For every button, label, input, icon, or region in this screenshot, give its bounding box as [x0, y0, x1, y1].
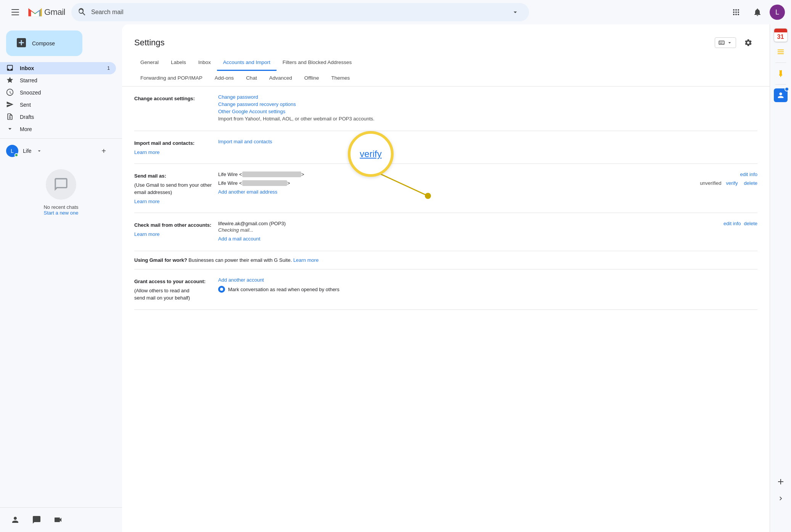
- work-section: Using Gmail for work? Businesses can pow…: [134, 251, 757, 269]
- add-mail-account-row: Add a mail account: [218, 236, 757, 242]
- work-description: Businesses can power their email with G …: [188, 257, 293, 263]
- account-name: Life: [23, 148, 32, 154]
- topbar-right: L: [727, 3, 785, 21]
- verify-link[interactable]: verify: [726, 180, 738, 186]
- sidebar-item-more[interactable]: More: [0, 123, 116, 135]
- account-switcher[interactable]: L Life +: [0, 142, 116, 160]
- change-password-link[interactable]: Change password: [218, 94, 757, 100]
- tab-forwarding[interactable]: Forwarding and POP/IMAP: [134, 71, 209, 87]
- star-icon: [6, 76, 14, 85]
- tasks-button[interactable]: [773, 44, 788, 59]
- no-chats-text: No recent chats: [6, 204, 116, 210]
- meet-button[interactable]: [49, 511, 67, 529]
- email-blurred-1: ████████████████: [242, 171, 301, 177]
- import-learn-more-link[interactable]: Learn more: [134, 149, 218, 156]
- gmail-logo: Gmail: [27, 5, 65, 20]
- settings-title: Settings: [134, 38, 165, 48]
- tab-labels[interactable]: Labels: [165, 55, 192, 71]
- tab-advanced[interactable]: Advanced: [263, 71, 298, 87]
- no-chats-icon: [46, 169, 76, 200]
- sidebar-item-snoozed[interactable]: Snoozed: [0, 87, 116, 99]
- tabs-row-1: General Labels Inbox Accounts and Import…: [134, 55, 757, 71]
- tab-themes[interactable]: Themes: [325, 71, 356, 87]
- check-mail-edit-info-link[interactable]: edit info: [723, 221, 741, 226]
- main-content: Settings General Labels Inbox Accounts a…: [122, 24, 770, 532]
- keyboard-shortcut-button[interactable]: [715, 37, 736, 48]
- calendar-button[interactable]: 31: [773, 27, 788, 43]
- check-mail-learn-more-link[interactable]: Learn more: [134, 231, 218, 238]
- check-mail-section: Check mail from other accounts: Learn mo…: [134, 213, 757, 251]
- start-new-chat-link[interactable]: Start a new one: [6, 210, 116, 216]
- add-email-row: Add another email address: [218, 189, 757, 195]
- compose-label: Compose: [32, 40, 55, 46]
- notifications-button[interactable]: [748, 3, 767, 21]
- tab-filters[interactable]: Filters and Blocked Addresses: [277, 55, 358, 71]
- contacts-right-icon: [774, 88, 788, 102]
- send-mail-learn-more-link[interactable]: Learn more: [134, 198, 218, 205]
- settings-gear-button[interactable]: [739, 34, 757, 52]
- grant-access-section: Grant access to your account: (Allow oth…: [134, 269, 757, 310]
- tab-addons[interactable]: Add-ons: [209, 71, 240, 87]
- tab-offline[interactable]: Offline: [298, 71, 325, 87]
- search-dropdown-button[interactable]: [508, 5, 523, 20]
- verify-annotation: verify: [348, 131, 394, 177]
- calendar-icon: 31: [774, 28, 788, 42]
- sidebar-item-drafts[interactable]: Drafts: [0, 111, 116, 123]
- search-bar[interactable]: Search mail: [71, 3, 529, 21]
- right-sidebar: 31: [770, 24, 791, 532]
- gear-icon: [744, 38, 752, 47]
- tab-general[interactable]: General: [134, 55, 165, 71]
- send-as-email-1: Life Wire <████████████████>: [218, 171, 737, 177]
- chat-button[interactable]: [27, 511, 46, 529]
- work-learn-more-link[interactable]: Learn more: [293, 257, 318, 263]
- tab-chat[interactable]: Chat: [240, 71, 263, 87]
- compose-icon: [15, 37, 27, 50]
- no-recent-chats: No recent chats Start a new one: [0, 160, 122, 225]
- sidebar-item-starred[interactable]: Starred: [0, 74, 116, 87]
- add-mail-account-link[interactable]: Add a mail account: [218, 236, 757, 242]
- expand-right-button[interactable]: [773, 491, 788, 506]
- add-account-button[interactable]: +: [98, 145, 110, 157]
- user-avatar[interactable]: L: [770, 5, 785, 20]
- apps-button[interactable]: [727, 3, 745, 21]
- draft-icon: [6, 113, 14, 122]
- send-as-row-2: Life Wire <████████████> unverified veri…: [218, 180, 757, 186]
- verify-circle-text[interactable]: verify: [360, 149, 381, 159]
- add-right-button[interactable]: [773, 474, 788, 489]
- keep-button[interactable]: [773, 66, 788, 81]
- tab-inbox[interactable]: Inbox: [192, 55, 217, 71]
- svg-point-3: [425, 193, 431, 199]
- edit-info-link-1[interactable]: edit info: [740, 171, 757, 177]
- gmail-m-icon: [27, 5, 43, 20]
- change-password-recovery-link[interactable]: Change password recovery options: [218, 101, 757, 107]
- unverified-status: unverified: [700, 180, 721, 186]
- add-another-account-link[interactable]: Add another account: [218, 277, 757, 283]
- menu-button[interactable]: [6, 3, 24, 21]
- settings-content: Change account settings: Change password…: [122, 87, 770, 310]
- keyboard-dropdown-icon: [727, 40, 733, 46]
- right-sidebar-divider: [775, 62, 786, 63]
- check-mail-delete-link[interactable]: delete: [744, 221, 757, 226]
- sidebar-bottom-bar: [0, 507, 122, 532]
- snoozed-label: Snoozed: [20, 90, 110, 96]
- sidebar-item-inbox[interactable]: Inbox 1: [0, 62, 116, 74]
- delete-link-1[interactable]: delete: [744, 180, 757, 186]
- compose-button[interactable]: Compose: [6, 30, 82, 56]
- contacts-button[interactable]: [6, 511, 24, 529]
- sidebar-item-sent[interactable]: Sent: [0, 99, 116, 111]
- other-google-account-link[interactable]: Other Google Account settings: [218, 109, 757, 114]
- contacts-right-button[interactable]: [773, 88, 788, 103]
- snooze-icon: [6, 88, 14, 97]
- tab-accounts-import[interactable]: Accounts and Import: [217, 55, 277, 71]
- import-mail-contacts-link[interactable]: Import mail and contacts: [218, 139, 757, 144]
- drafts-label: Drafts: [20, 114, 110, 120]
- send-mail-as-label: Send mail as: (Use Gmail to send from yo…: [134, 171, 218, 205]
- settings-header-actions: [715, 34, 757, 52]
- add-email-address-link[interactable]: Add another email address: [218, 189, 757, 195]
- right-sidebar-divider2: [775, 84, 786, 85]
- inbox-badge: 1: [107, 66, 110, 71]
- chevron-right-icon: [777, 495, 785, 502]
- check-mail-value: lifewire.ak@gmail.com (POP3) Checking ma…: [218, 221, 757, 243]
- mark-conversation-radio[interactable]: [218, 286, 225, 293]
- mark-conversation-row: Mark conversation as read when opened by…: [218, 286, 757, 293]
